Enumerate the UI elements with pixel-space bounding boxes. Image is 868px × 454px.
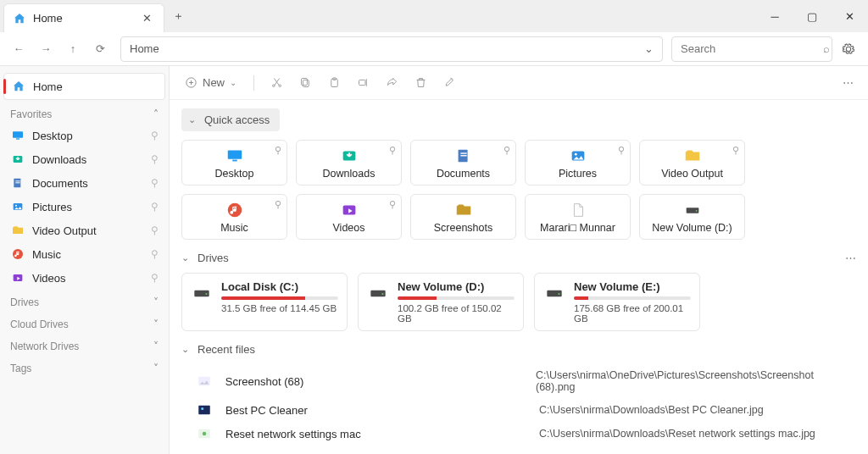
refresh-button[interactable]: ⟳ bbox=[88, 37, 112, 61]
paste-button[interactable] bbox=[322, 71, 346, 95]
delete-button[interactable] bbox=[409, 71, 432, 95]
rename-button[interactable] bbox=[351, 71, 375, 95]
folder-yellow-icon bbox=[10, 223, 25, 238]
recent-file-row[interactable]: Best PC Cleaner C:\Users\nirma\Downloads… bbox=[181, 398, 856, 422]
svg-point-7 bbox=[15, 205, 17, 207]
music-icon bbox=[10, 246, 25, 262]
sidebar-item-downloads[interactable]: Downloads ⚲ bbox=[0, 147, 169, 171]
sidebar-item-label: Videos bbox=[32, 272, 66, 285]
nav-bar: ← → ↑ ⟳ Home ⌄ ⌕ bbox=[0, 32, 868, 66]
forward-button[interactable]: → bbox=[34, 37, 58, 61]
tile-label: Desktop bbox=[215, 168, 254, 180]
sidebar-section-tags[interactable]: Tags ˅ bbox=[0, 356, 169, 378]
pin-icon[interactable]: ⚲ bbox=[151, 177, 159, 189]
sidebar-home[interactable]: Home bbox=[3, 73, 165, 100]
videos-icon bbox=[10, 270, 25, 285]
svg-rect-5 bbox=[15, 182, 19, 183]
pin-icon[interactable]: ⚲ bbox=[151, 248, 159, 260]
properties-button[interactable] bbox=[437, 71, 461, 95]
back-button[interactable]: ← bbox=[7, 37, 31, 61]
home-icon bbox=[13, 12, 26, 25]
close-window-button[interactable]: ✕ bbox=[831, 0, 868, 32]
recent-file-row[interactable]: Screenshot (68) C:\Users\nirma\OneDrive\… bbox=[181, 364, 856, 398]
sidebar-section-network-drives[interactable]: Network Drives ˅ bbox=[0, 334, 169, 356]
home-icon bbox=[11, 79, 26, 94]
new-button[interactable]: New ⌄ bbox=[178, 73, 243, 92]
copy-button[interactable] bbox=[293, 71, 317, 95]
quick-access-pictures[interactable]: ⚲ Pictures bbox=[525, 140, 631, 185]
drive-new-volume-d-[interactable]: New Volume (D:) 100.2 GB free of 150.02 … bbox=[358, 273, 524, 331]
pin-icon[interactable]: ⚲ bbox=[275, 145, 281, 156]
quick-access-marari-munnar[interactable]: Marari□ Munnar bbox=[525, 194, 631, 240]
svg-rect-1 bbox=[16, 138, 19, 139]
pin-icon[interactable]: ⚲ bbox=[504, 145, 510, 156]
drive-free-text: 175.68 GB free of 200.01 GB bbox=[574, 303, 691, 324]
svg-point-38 bbox=[203, 432, 207, 436]
svg-rect-4 bbox=[15, 180, 19, 181]
quick-access-screenshots[interactable]: Screenshots bbox=[410, 194, 516, 240]
cut-button[interactable] bbox=[264, 71, 288, 95]
sidebar-item-documents[interactable]: Documents ⚲ bbox=[0, 171, 169, 195]
svg-rect-21 bbox=[460, 155, 466, 156]
svg-point-31 bbox=[381, 293, 383, 295]
drive-new-volume-e-[interactable]: New Volume (E:) 175.68 GB free of 200.01… bbox=[534, 273, 700, 331]
drive-usage-bar bbox=[574, 296, 691, 300]
pin-icon[interactable]: ⚲ bbox=[732, 145, 739, 156]
pin-icon[interactable]: ⚲ bbox=[151, 153, 159, 165]
maximize-button[interactable]: ▢ bbox=[793, 0, 831, 32]
up-button[interactable]: ↑ bbox=[61, 37, 85, 61]
svg-rect-12 bbox=[301, 79, 307, 86]
quick-access-desktop[interactable]: ⚲ Desktop bbox=[181, 140, 287, 185]
recent-header[interactable]: ⌄ Recent files bbox=[181, 343, 856, 356]
quick-access-music[interactable]: ⚲ Music bbox=[181, 194, 287, 240]
pin-icon[interactable]: ⚲ bbox=[618, 145, 625, 156]
search-box[interactable]: ⌕ bbox=[671, 36, 832, 62]
sidebar-section-cloud-drives[interactable]: Cloud Drives ˅ bbox=[0, 312, 169, 334]
drive-name: New Volume (D:) bbox=[398, 280, 515, 293]
pin-icon[interactable]: ⚲ bbox=[151, 224, 159, 236]
svg-rect-15 bbox=[359, 80, 365, 85]
quick-access-video-output[interactable]: ⚲ Video Output bbox=[639, 140, 745, 185]
sidebar-item-pictures[interactable]: Pictures ⚲ bbox=[0, 195, 169, 219]
drive-name: Local Disk (C:) bbox=[221, 280, 338, 293]
quick-access-header[interactable]: ⌄ Quick access bbox=[181, 108, 280, 131]
tile-label: Screenshots bbox=[434, 222, 492, 234]
new-tab-button[interactable]: ＋ bbox=[164, 0, 192, 32]
sidebar-section-drives[interactable]: Drives ˅ bbox=[0, 290, 169, 312]
drives-header[interactable]: ⌄ Drives ⋯ bbox=[181, 252, 856, 264]
sidebar-section-favorites[interactable]: Favorites ˄ bbox=[0, 102, 169, 124]
pin-icon[interactable]: ⚲ bbox=[151, 201, 159, 213]
address-dropdown-icon[interactable]: ⌄ bbox=[644, 42, 654, 55]
quick-access-videos[interactable]: ⚲ Videos bbox=[296, 194, 402, 240]
tab-home[interactable]: Home ✕ bbox=[3, 3, 164, 32]
more-button[interactable]: ⋯ bbox=[836, 71, 860, 95]
sidebar: Home Favorites ˄ Desktop ⚲ Downloads ⚲ D… bbox=[0, 66, 170, 454]
pin-icon[interactable]: ⚲ bbox=[275, 199, 281, 210]
sidebar-item-music[interactable]: Music ⚲ bbox=[0, 242, 169, 266]
quick-access-downloads[interactable]: ⚲ Downloads bbox=[296, 140, 402, 185]
pin-icon[interactable]: ⚲ bbox=[389, 199, 396, 210]
tab-close-button[interactable]: ✕ bbox=[139, 10, 155, 26]
share-button[interactable] bbox=[380, 71, 403, 95]
sidebar-item-videos[interactable]: Videos ⚲ bbox=[0, 266, 169, 290]
tile-label: Videos bbox=[333, 222, 365, 234]
pictures-icon bbox=[10, 199, 25, 214]
pin-icon[interactable]: ⚲ bbox=[151, 272, 159, 284]
search-input[interactable] bbox=[681, 42, 823, 55]
address-text: Home bbox=[130, 42, 644, 55]
sidebar-item-desktop[interactable]: Desktop ⚲ bbox=[0, 124, 169, 147]
pin-icon[interactable]: ⚲ bbox=[151, 130, 159, 141]
settings-button[interactable] bbox=[836, 36, 861, 62]
sidebar-item-video-output[interactable]: Video Output ⚲ bbox=[0, 219, 169, 242]
recent-file-row[interactable]: Reset network settings mac C:\Users\nirm… bbox=[181, 422, 856, 446]
drives-more-button[interactable]: ⋯ bbox=[845, 252, 856, 264]
quick-access-documents[interactable]: ⚲ Documents bbox=[410, 140, 516, 185]
drive-icon bbox=[543, 282, 565, 304]
minimize-button[interactable]: ─ bbox=[756, 0, 793, 32]
tile-label: Documents bbox=[437, 168, 490, 180]
pin-icon[interactable]: ⚲ bbox=[389, 145, 396, 156]
drive-local-disk-c-[interactable]: Local Disk (C:) 31.5 GB free of 114.45 G… bbox=[181, 273, 348, 331]
address-bar[interactable]: Home ⌄ bbox=[120, 36, 663, 62]
quick-access-new-volume-d-[interactable]: New Volume (D:) bbox=[639, 194, 745, 240]
documents-icon bbox=[10, 175, 25, 191]
